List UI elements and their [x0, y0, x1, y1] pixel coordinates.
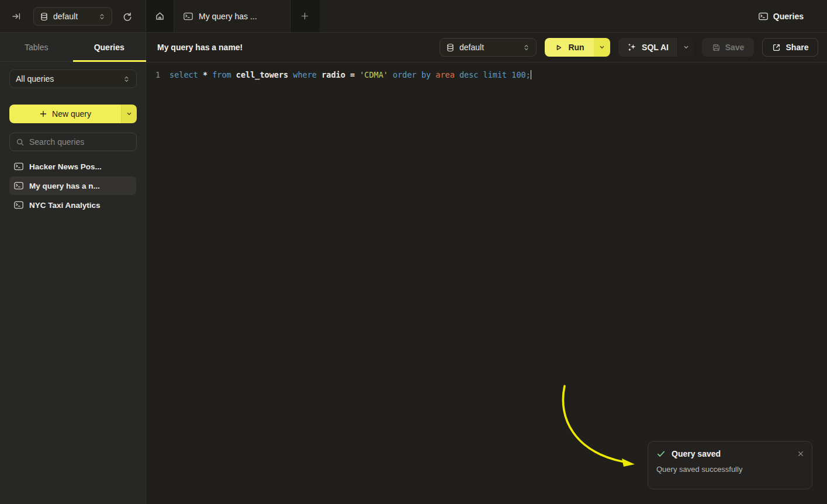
query-item-label: My query has a n...: [29, 182, 100, 190]
sql-code-line[interactable]: 1 select * from cell_towers where radio …: [147, 68, 827, 81]
queries-nav-button[interactable]: Queries: [759, 0, 804, 32]
query-toolbar: default Run: [440, 38, 818, 57]
search-icon: [16, 138, 25, 147]
sql-ai-label: SQL AI: [642, 43, 669, 52]
toast-message: Query saved successfully: [656, 465, 804, 474]
sql-token-string: 'CDMA': [359, 70, 393, 79]
sql-ai-dropdown[interactable]: [677, 38, 694, 57]
query-terminal-icon: [14, 182, 23, 190]
chevron-down-icon: [683, 44, 690, 51]
toast-query-saved: Query saved Query saved successfully: [648, 441, 812, 489]
topbar-database-value: default: [53, 12, 94, 21]
sidebar: Tables Queries All queries New query: [0, 33, 146, 504]
query-search[interactable]: [9, 133, 137, 151]
close-icon[interactable]: [797, 450, 804, 457]
sql-token-keyword: order: [393, 70, 421, 79]
query-list: Hacker News Pos... My query has a n...: [9, 157, 136, 214]
query-list-item[interactable]: Hacker News Pos...: [9, 157, 136, 176]
new-query-dropdown[interactable]: [121, 105, 137, 123]
queries-nav-label: Queries: [773, 12, 804, 21]
query-filter-value: All queries: [16, 74, 118, 84]
collapse-sidebar-button[interactable]: [9, 9, 23, 23]
new-query-button[interactable]: New query: [9, 105, 137, 123]
updown-chevrons-icon: [98, 13, 106, 20]
sidebar-body: All queries New query: [0, 62, 146, 214]
sql-token-identifier: radio: [321, 70, 350, 79]
topbar-database-selector[interactable]: default: [33, 7, 112, 26]
run-options-dropdown[interactable]: [594, 38, 610, 57]
query-item-label: NYC Taxi Analytics: [29, 201, 101, 210]
sql-token-keyword: from: [212, 70, 236, 79]
database-icon: [446, 43, 455, 52]
sql-token-keyword: where: [293, 70, 321, 79]
share-label: Share: [786, 43, 809, 52]
query-item-label: Hacker News Pos...: [29, 162, 102, 171]
top-bar: default: [0, 0, 827, 33]
refresh-button[interactable]: [120, 9, 134, 23]
sidebar-tabs: Tables Queries: [0, 33, 146, 62]
query-terminal-icon: [14, 162, 23, 171]
sql-token-keyword: desc: [459, 70, 483, 79]
run-button[interactable]: Run: [545, 38, 594, 57]
query-header: My query has a name! default: [147, 33, 827, 62]
check-icon: [656, 449, 666, 458]
sparkles-icon: [627, 43, 636, 52]
sql-ai-button-group: SQL AI: [618, 38, 694, 57]
topbar-left-section: default: [0, 0, 146, 32]
sql-token-keyword: limit: [483, 70, 512, 79]
share-icon: [772, 43, 781, 52]
save-button[interactable]: Save: [702, 38, 754, 57]
sql-token-operator: =: [350, 70, 359, 79]
updown-chevrons-icon: [523, 44, 530, 51]
sql-code[interactable]: select * from cell_towers where radio = …: [169, 70, 531, 79]
updown-chevrons-icon: [123, 75, 130, 83]
active-tab-underline: [73, 60, 146, 62]
toolbar-database-value: default: [459, 43, 518, 52]
query-filter-select[interactable]: All queries: [9, 69, 137, 88]
plus-icon: [300, 12, 309, 20]
new-tab-button[interactable]: [290, 0, 319, 32]
sql-token-punct: ;: [526, 70, 531, 79]
query-list-item[interactable]: NYC Taxi Analytics: [9, 196, 136, 214]
tab-my-query[interactable]: My query has ...: [174, 0, 290, 32]
queries-terminal-icon: [759, 12, 768, 20]
query-terminal-icon: [184, 12, 193, 20]
tab-strip: My query has ...: [146, 0, 320, 32]
sql-editor[interactable]: 1 select * from cell_towers where radio …: [147, 63, 827, 504]
search-queries-input[interactable]: [29, 137, 135, 147]
new-query-label: New query: [52, 109, 91, 119]
tab-label: My query has ...: [199, 12, 257, 21]
sql-token-number: 100: [511, 70, 525, 79]
refresh-icon: [122, 12, 132, 22]
collapse-sidebar-icon: [12, 12, 21, 21]
save-icon: [712, 43, 721, 52]
query-list-item-selected[interactable]: My query has a n...: [9, 176, 136, 195]
sql-ai-button[interactable]: SQL AI: [618, 38, 677, 57]
sql-token-field: area: [435, 70, 459, 79]
home-button[interactable]: [146, 0, 174, 32]
sql-token-keyword: select: [169, 70, 203, 79]
share-button[interactable]: Share: [762, 38, 818, 57]
database-icon: [40, 12, 49, 21]
query-title[interactable]: My query has a name!: [157, 43, 243, 52]
run-label: Run: [568, 43, 584, 52]
play-icon: [554, 43, 563, 52]
sql-token-identifier: cell_towers: [236, 70, 293, 79]
chevron-down-icon: [126, 110, 133, 117]
line-number: 1: [147, 70, 169, 79]
query-terminal-icon: [14, 201, 23, 209]
toast-title: Query saved: [672, 449, 721, 458]
sql-token-operator: *: [203, 70, 212, 79]
toolbar-database-selector[interactable]: default: [440, 38, 537, 57]
text-cursor: [531, 70, 532, 79]
tab-tables[interactable]: Tables: [0, 33, 73, 61]
chevron-down-icon: [598, 44, 605, 51]
save-label: Save: [725, 43, 745, 52]
new-query-main[interactable]: New query: [9, 105, 121, 123]
sql-token-keyword: by: [421, 70, 435, 79]
toast-header: Query saved: [656, 449, 804, 458]
home-icon: [155, 11, 165, 21]
plus-icon: [39, 110, 47, 118]
run-button-group: Run: [545, 38, 610, 57]
tab-queries[interactable]: Queries: [73, 33, 146, 61]
